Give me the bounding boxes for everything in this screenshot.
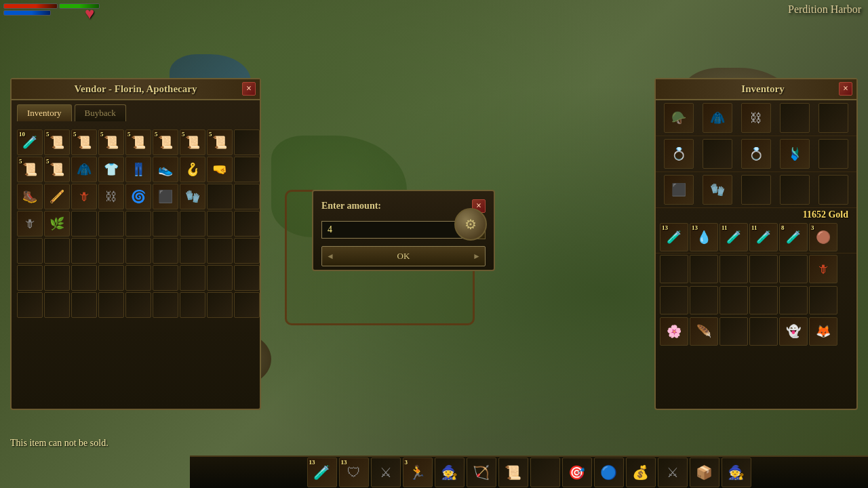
vendor-item-51[interactable]	[153, 265, 178, 291]
vendor-item-61[interactable]	[180, 292, 205, 318]
equip-slot-torso[interactable]: 🩱	[780, 139, 810, 169]
toolbar-slot-3[interactable]: ⚔	[371, 458, 401, 487]
vendor-item-3[interactable]: 5 📜	[71, 129, 97, 155]
toolbar-slot-11[interactable]: 💰	[626, 458, 656, 487]
vendor-item-16[interactable]: 🪝	[180, 157, 205, 182]
vendor-item-15[interactable]: 👟	[153, 157, 178, 182]
equip-slot-empty5[interactable]	[741, 175, 771, 205]
equip-slot-ring2[interactable]: 💍	[741, 139, 771, 169]
vendor-item-44[interactable]	[207, 238, 233, 264]
toolbar-slot-4[interactable]: 3 🏃	[403, 458, 433, 487]
equip-slot-neck[interactable]: ⛓	[741, 103, 771, 133]
toolbar-slot-6[interactable]: 🏹	[467, 458, 496, 487]
toolbar-slot-1[interactable]: 13 🧪	[307, 458, 337, 487]
vendor-item-55[interactable]	[17, 292, 43, 318]
vendor-item-47[interactable]	[44, 265, 70, 291]
vendor-item-37[interactable]	[17, 238, 43, 264]
tab-inventory[interactable]: Inventory	[17, 104, 72, 121]
vendor-item-60[interactable]	[153, 292, 178, 318]
equip-slot-empty2[interactable]	[818, 103, 848, 133]
vendor-item-48[interactable]	[71, 265, 97, 291]
vendor-item-59[interactable]	[125, 292, 151, 318]
inv-item-brown[interactable]: 3 🟤	[809, 223, 837, 251]
vendor-item-50[interactable]	[125, 265, 151, 291]
inv-item-potion-yellow[interactable]: 11 🧪	[749, 223, 778, 251]
vendor-close-button[interactable]: ×	[242, 82, 256, 96]
dial-icon[interactable]: ⚙	[454, 208, 487, 241]
vendor-item-32[interactable]	[125, 211, 151, 237]
inv-item-spirit[interactable]: 👻	[779, 317, 808, 346]
vendor-item-23[interactable]: 🌀	[125, 184, 151, 209]
vendor-item-54[interactable]	[234, 265, 260, 291]
ok-button[interactable]: OK	[321, 246, 486, 266]
vendor-item-56[interactable]	[44, 292, 70, 318]
vendor-item-1[interactable]: 10 🧪	[17, 129, 43, 155]
vendor-item-14[interactable]: 👖	[125, 157, 151, 182]
vendor-item-62[interactable]	[207, 292, 233, 318]
toolbar-slot-8[interactable]	[530, 458, 560, 487]
inv-item-empty-2[interactable]	[690, 255, 718, 283]
vendor-item-45[interactable]	[234, 238, 260, 264]
vendor-item-22[interactable]: ⛓	[98, 184, 124, 209]
vendor-item-31[interactable]	[98, 211, 124, 237]
vendor-item-2[interactable]: 5 📜	[44, 129, 70, 155]
amount-input[interactable]	[321, 221, 468, 239]
toolbar-slot-14[interactable]: 🧙	[722, 458, 751, 487]
toolbar-slot-5[interactable]: 🧙	[435, 458, 465, 487]
vendor-item-35[interactable]	[207, 211, 233, 237]
vendor-item-11[interactable]: 5 📜	[44, 157, 70, 182]
vendor-item-58[interactable]	[98, 292, 124, 318]
vendor-item-40[interactable]	[98, 238, 124, 264]
vendor-item-5[interactable]: 5 📜	[125, 129, 151, 155]
vendor-item-21[interactable]: 🗡	[71, 184, 97, 209]
equip-slot-empty3[interactable]	[703, 139, 732, 169]
toolbar-slot-2[interactable]: 13 🛡	[339, 458, 369, 487]
equip-slot-empty4[interactable]	[818, 139, 848, 169]
vendor-item-53[interactable]	[207, 265, 233, 291]
vendor-item-38[interactable]	[44, 238, 70, 264]
vendor-item-57[interactable]	[71, 292, 97, 318]
vendor-item-41[interactable]	[125, 238, 151, 264]
vendor-item-33[interactable]	[153, 211, 178, 237]
equip-slot-empty6[interactable]	[780, 175, 810, 205]
vendor-item-42[interactable]	[153, 238, 178, 264]
inv-item-empty-5[interactable]	[779, 255, 808, 283]
equip-slot-head[interactable]: 🪖	[664, 103, 694, 133]
inv-item-dagger[interactable]: 🗡	[809, 255, 837, 283]
vendor-item-29[interactable]: 🌿	[44, 211, 70, 237]
vendor-item-10[interactable]: 5 📜	[17, 157, 43, 182]
vendor-item-49[interactable]	[98, 265, 124, 291]
toolbar-slot-10[interactable]: 🔵	[594, 458, 624, 487]
vendor-item-7[interactable]: 5 📜	[180, 129, 205, 155]
vendor-item-28[interactable]: 🗡	[17, 211, 43, 237]
vendor-item-20[interactable]: 🪈	[44, 184, 70, 209]
vendor-item-26[interactable]	[207, 184, 233, 209]
vendor-item-30[interactable]	[71, 211, 97, 237]
tab-buyback[interactable]: Buyback	[75, 104, 126, 121]
inv-item-empty-12[interactable]	[719, 317, 748, 346]
vendor-item-13[interactable]: 👕	[98, 157, 124, 182]
equip-slot-gloves[interactable]: 🧤	[703, 175, 732, 205]
toolbar-slot-9[interactable]: 🎯	[562, 458, 592, 487]
equip-slot-empty1[interactable]	[780, 103, 810, 133]
inv-item-potion-red[interactable]: 13 🧪	[660, 223, 688, 251]
inv-item-empty-6[interactable]	[660, 286, 688, 314]
vendor-item-9[interactable]	[234, 129, 260, 155]
inv-item-empty-1[interactable]	[660, 255, 688, 283]
vendor-item-34[interactable]	[180, 211, 205, 237]
inv-item-empty-4[interactable]	[749, 255, 778, 283]
vendor-item-39[interactable]	[71, 238, 97, 264]
inv-item-empty-11[interactable]	[809, 286, 837, 314]
inv-item-potion-orange[interactable]: 11 🧪	[719, 223, 748, 251]
vendor-item-43[interactable]	[180, 238, 205, 264]
inventory-close-button[interactable]: ×	[839, 82, 852, 96]
toolbar-slot-7[interactable]: 📜	[498, 458, 528, 487]
vendor-item-6[interactable]: 5 📜	[153, 129, 178, 155]
vendor-item-19[interactable]: 🥾	[17, 184, 43, 209]
inv-item-potion-blue[interactable]: 13 💧	[690, 223, 718, 251]
inv-item-flower[interactable]: 🌸	[660, 317, 688, 346]
inv-item-empty-8[interactable]	[719, 286, 748, 314]
toolbar-slot-12[interactable]: ⚔	[658, 458, 688, 487]
vendor-item-36[interactable]	[234, 211, 260, 237]
inv-item-empty-9[interactable]	[749, 286, 778, 314]
